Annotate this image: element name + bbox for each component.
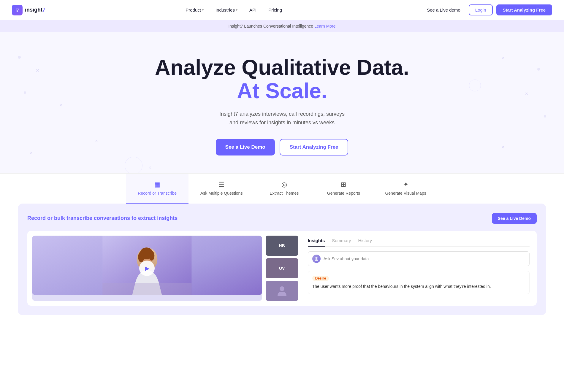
nav-product[interactable]: Product ▾	[181, 5, 208, 15]
tab-generate-reports[interactable]: ⊞ Generate Reports	[314, 174, 373, 204]
insights-tab-summary[interactable]: Summary	[332, 238, 351, 246]
themes-icon: ◎	[281, 181, 287, 188]
svg-point-5	[149, 251, 154, 261]
tab-record-transcribe[interactable]: ▦ Record or Transcribe	[126, 174, 188, 204]
hero-cta-group: See a Live Demo Start Analyzing Free	[12, 139, 552, 155]
nav-actions: See a Live demo Login Start Analyzing Fr…	[422, 4, 552, 15]
nav-api[interactable]: API	[245, 5, 261, 15]
video-play-button[interactable]: ▶	[139, 261, 155, 276]
hero-demo-button[interactable]: See a Live Demo	[216, 139, 275, 155]
announcement-link[interactable]: Learn More	[314, 24, 336, 28]
svg-point-4	[138, 252, 144, 262]
nav-login-button[interactable]: Login	[469, 4, 493, 15]
insights-tab-insights[interactable]: Insights	[308, 238, 325, 247]
announcement-text: Insight7 Launches Conversational Intelli…	[228, 24, 313, 28]
nav-pricing[interactable]: Pricing	[264, 5, 287, 15]
nav-industries[interactable]: Industries ▾	[211, 5, 242, 15]
hero-start-button[interactable]: Start Analyzing Free	[280, 139, 348, 155]
navbar: i7 insight7 Product ▾ Industries ▾ API P…	[0, 0, 564, 20]
logo-mark: i7	[12, 5, 23, 15]
video-thumbnails: HB UV	[266, 236, 298, 301]
svg-point-7	[280, 286, 284, 291]
reports-icon: ⊞	[341, 181, 346, 188]
demo-see-demo-button[interactable]: See a Live Demo	[492, 213, 537, 224]
maps-icon: ✦	[403, 181, 408, 188]
demo-content: ▶ HB UV Insights Summary History	[27, 231, 537, 306]
demo-insights-panel: Insights Summary History Desire The user…	[305, 236, 532, 301]
ask-sev-input[interactable]	[324, 256, 525, 261]
questions-icon: ☰	[218, 181, 224, 188]
insight-tag: Desire	[312, 276, 329, 281]
demo-section: Record or bulk transcribe conversations …	[18, 204, 546, 315]
chevron-down-icon: ▾	[202, 8, 204, 12]
insight-card: Desire The user wants more proof that th…	[308, 271, 530, 294]
tab-visual-maps[interactable]: ✦ Generate Visual Maps	[373, 174, 438, 204]
insights-tabs: Insights Summary History	[308, 238, 530, 247]
tab-ask-questions[interactable]: ☰ Ask Multiple Questions	[188, 174, 254, 204]
demo-header: Record or bulk transcribe conversations …	[27, 213, 537, 224]
logo[interactable]: i7 insight7	[12, 5, 45, 15]
insight-text: The user wants more proof that the behav…	[312, 283, 525, 290]
ask-sev-bar[interactable]	[308, 251, 530, 266]
insights-tab-history[interactable]: History	[358, 238, 372, 246]
nav-links: Product ▾ Industries ▾ API Pricing	[181, 5, 287, 15]
svg-point-8	[315, 257, 317, 259]
sev-avatar	[312, 255, 321, 263]
thumbnail-hb[interactable]: HB	[266, 236, 298, 256]
chevron-down-icon: ▾	[236, 8, 237, 12]
tab-extract-themes[interactable]: ◎ Extract Themes	[254, 174, 314, 204]
nav-demo-button[interactable]: See a Live demo	[422, 5, 465, 15]
feature-tabs: ▦ Record or Transcribe ☰ Ask Multiple Qu…	[0, 173, 564, 204]
demo-video-area: ▶	[32, 236, 262, 301]
logo-text: insight7	[25, 7, 45, 13]
hero-subtitle: Insight7 analyzes interviews, call recor…	[12, 110, 552, 127]
demo-section-title: Record or bulk transcribe conversations …	[27, 215, 178, 221]
nav-start-button[interactable]: Start Analyzing Free	[496, 4, 552, 15]
record-icon: ▦	[154, 181, 160, 188]
thumbnail-more[interactable]	[266, 281, 298, 301]
hero-headline: Analyze Qualitative Data. At Scale.	[12, 56, 552, 103]
thumbnail-uv[interactable]: UV	[266, 258, 298, 278]
announcement-bar: Insight7 Launches Conversational Intelli…	[0, 20, 564, 32]
svg-rect-6	[102, 283, 191, 295]
hero-section: ✕ ✕ ✕ ✕ ✕ ✕ ✕ ✕ Analyze Qualitative Data…	[0, 32, 564, 173]
